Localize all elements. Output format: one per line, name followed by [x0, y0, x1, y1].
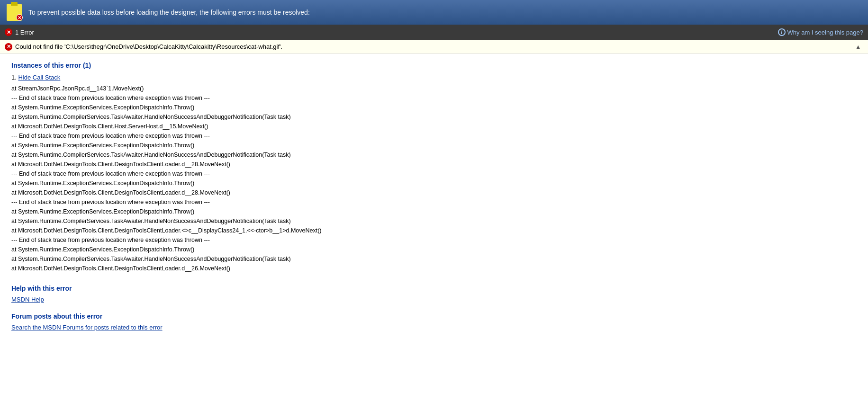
expand-icon: ▲: [855, 43, 861, 51]
error-badge-icon: ✕: [16, 14, 23, 21]
header-bar: ✕ To prevent possible data loss before l…: [0, 0, 868, 25]
error-row-icon: ✕: [5, 43, 12, 51]
header-title: To prevent possible data loss before loa…: [28, 9, 310, 16]
error-count-icon: ✕: [5, 28, 12, 36]
error-count-label: 1 Error: [15, 29, 34, 36]
why-link[interactable]: i Why am I seeing this page?: [778, 28, 863, 36]
error-row: ✕ Could not find file 'C:\Users\thegr\On…: [0, 40, 868, 54]
instance-item: 1. Hide Call Stack: [11, 74, 857, 81]
main-content: Instances of this error (1) 1. Hide Call…: [0, 54, 868, 339]
instance-number: 1.: [11, 74, 17, 81]
error-row-message: Could not find file 'C:\Users\thegr\OneD…: [15, 43, 282, 50]
info-icon: i: [778, 28, 786, 36]
error-count-left: ✕ 1 Error: [5, 28, 34, 36]
help-section: Help with this error MSDN Help: [11, 285, 857, 303]
forum-section-title: Forum posts about this error: [11, 312, 857, 320]
help-section-title: Help with this error: [11, 285, 857, 292]
hide-call-stack-button[interactable]: Hide Call Stack: [18, 74, 60, 81]
msdn-help-link[interactable]: MSDN Help: [11, 296, 44, 303]
header-icon: ✕: [6, 4, 23, 21]
why-link-label: Why am I seeing this page?: [787, 29, 863, 36]
forum-search-link[interactable]: Search the MSDN Forums for posts related…: [11, 324, 163, 331]
stack-trace: at StreamJsonRpc.JsonRpc.d__143`1.MoveNe…: [11, 84, 857, 273]
error-row-left: ✕ Could not find file 'C:\Users\thegr\On…: [5, 43, 282, 51]
instances-title: Instances of this error (1): [11, 62, 857, 69]
expand-button[interactable]: ▲: [853, 43, 863, 51]
error-count-bar: ✕ 1 Error i Why am I seeing this page?: [0, 25, 868, 40]
forum-section: Forum posts about this error Search the …: [11, 312, 857, 331]
